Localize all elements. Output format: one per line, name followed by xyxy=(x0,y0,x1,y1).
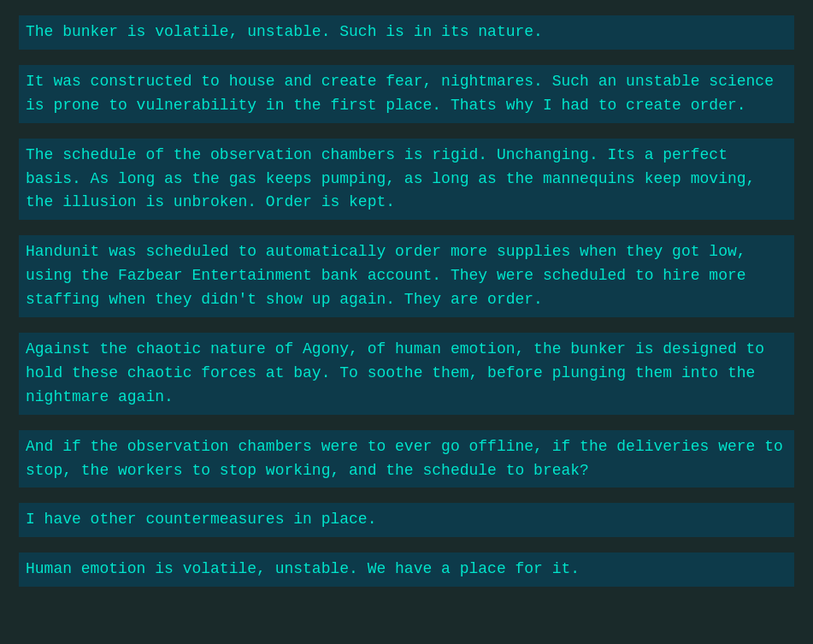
paragraph-5: Against the chaotic nature of Agony, of … xyxy=(19,333,794,415)
paragraph-1-text: The bunker is volatile, unstable. Such i… xyxy=(26,21,787,44)
paragraph-4-text: Handunit was scheduled to automatically … xyxy=(26,240,787,312)
paragraph-8: Human emotion is volatile, unstable. We … xyxy=(19,552,794,587)
paragraph-4: Handunit was scheduled to automatically … xyxy=(19,235,794,317)
paragraph-8-text: Human emotion is volatile, unstable. We … xyxy=(26,558,787,582)
paragraph-3: The schedule of the observation chambers… xyxy=(19,139,794,221)
paragraph-7-text: I have other countermeasures in place. xyxy=(26,508,787,532)
paragraph-3-text: The schedule of the observation chambers… xyxy=(26,144,787,216)
paragraph-7: I have other countermeasures in place. xyxy=(19,503,794,537)
paragraph-2-text: It was constructed to house and create f… xyxy=(26,70,787,118)
main-content: The bunker is volatile, unstable. Such i… xyxy=(9,9,804,609)
paragraph-2: It was constructed to house and create f… xyxy=(19,65,794,123)
paragraph-5-text: Against the chaotic nature of Agony, of … xyxy=(26,338,787,410)
paragraph-6: And if the observation chambers were to … xyxy=(19,430,794,488)
paragraph-6-text: And if the observation chambers were to … xyxy=(26,435,787,483)
paragraph-1: The bunker is volatile, unstable. Such i… xyxy=(19,15,794,50)
